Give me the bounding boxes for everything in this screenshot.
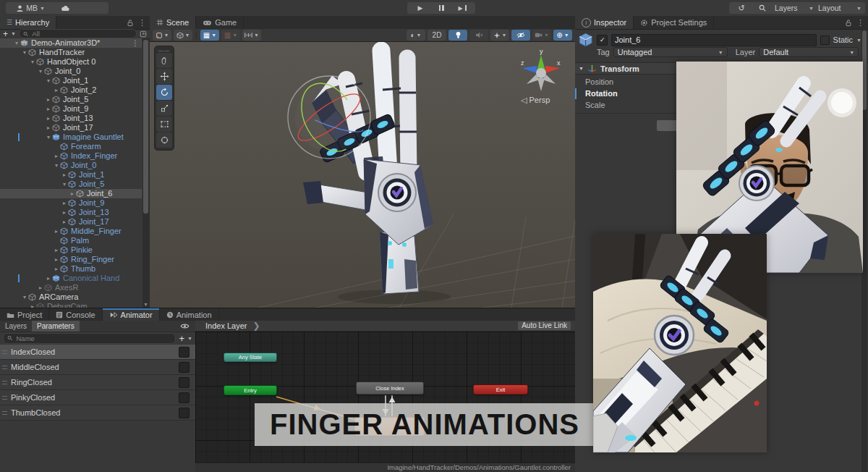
scrollbar-thumb[interactable] xyxy=(143,40,148,214)
hierarchy-item-joint-0[interactable]: ▾Joint_0 xyxy=(0,67,142,76)
audio-toggle-button[interactable] xyxy=(469,30,488,41)
hierarchy-search-input[interactable] xyxy=(30,29,132,38)
lock-icon[interactable] xyxy=(845,19,852,27)
hierarchy-item-arcamera[interactable]: ▾ARCamera xyxy=(0,292,142,302)
rotate-tool-button[interactable] xyxy=(156,85,172,100)
eye-icon[interactable] xyxy=(180,323,190,329)
hierarchy-item-palm[interactable]: Palm xyxy=(0,236,142,245)
foldout-arrow[interactable]: ▸ xyxy=(61,198,68,208)
foldout-arrow[interactable]: ▾ xyxy=(45,76,52,85)
hierarchy-item-axesr[interactable]: ▸AxesR xyxy=(0,283,142,292)
add-parameter-button[interactable]: + xyxy=(179,333,184,344)
bool-parameter-checkbox[interactable] xyxy=(179,392,190,403)
hierarchy-item-joint-1[interactable]: ▾Joint_1 xyxy=(0,76,142,85)
tab-inspector[interactable]: i Inspector xyxy=(575,16,634,29)
hierarchy-item-thumb[interactable]: ▸Thumb xyxy=(0,264,142,274)
palette-drag-handle[interactable]: —— xyxy=(156,48,172,52)
tag-dropdown[interactable]: Untagged▼ xyxy=(613,47,728,57)
prefab-cube-icon[interactable] xyxy=(578,32,593,48)
foldout-arrow[interactable]: ▸ xyxy=(53,227,60,236)
hierarchy-item-handobject-0[interactable]: ▾HandObject 0 xyxy=(0,57,142,67)
hierarchy-item-canonical-hand[interactable]: ▸Canonical Hand xyxy=(0,274,142,283)
foldout-arrow[interactable]: ▼ xyxy=(579,66,584,71)
rect-tool-button[interactable] xyxy=(156,117,172,132)
hierarchy-item-joint-9[interactable]: ▸Joint_9 xyxy=(0,104,142,114)
parameter-search-input[interactable] xyxy=(14,334,171,343)
foldout-arrow[interactable]: ▸ xyxy=(45,104,52,114)
blank-toolbar-button[interactable] xyxy=(75,2,109,14)
foldout-arrow[interactable]: ▸ xyxy=(53,255,60,264)
scene-picker-icon[interactable] xyxy=(140,30,147,38)
effects-button[interactable]: ▼ xyxy=(490,30,509,41)
hierarchy-item-pinkie[interactable]: ▸Pinkie xyxy=(0,245,142,255)
parameter-row-indexclosed[interactable]: IndexClosed xyxy=(0,345,195,360)
transform-rotation-label[interactable]: Rotation xyxy=(585,88,618,99)
chevron-down-icon[interactable]: ▼ xyxy=(11,31,16,36)
state-node-exit[interactable]: Exit xyxy=(473,384,528,395)
lighting-toggle-button[interactable] xyxy=(448,30,467,41)
foldout-arrow[interactable]: ▸ xyxy=(53,264,60,274)
tab-console[interactable]: Console xyxy=(49,308,102,321)
hand-tool-button[interactable] xyxy=(156,53,172,68)
gameobject-name-field[interactable] xyxy=(611,34,817,46)
foldout-arrow[interactable]: ▸ xyxy=(45,123,52,132)
parameter-row-middleclosed[interactable]: MiddleClosed xyxy=(0,360,195,375)
transform-position-label[interactable]: Position xyxy=(585,76,613,88)
z-axis-cone[interactable] xyxy=(522,66,537,73)
snap-increment-button[interactable]: ▼ xyxy=(242,30,261,41)
hierarchy-item-imagine-gauntlet[interactable]: ▾Imagine Gauntlet xyxy=(0,132,142,142)
add-object-button[interactable]: + xyxy=(3,30,8,38)
pivot-button[interactable]: ▼ xyxy=(174,30,192,41)
foldout-arrow[interactable]: ▸ xyxy=(45,114,52,123)
hierarchy-item-joint-6[interactable]: ▸Joint_6 xyxy=(0,189,142,198)
chevron-down-icon[interactable]: ▼ xyxy=(187,336,192,341)
grid-snapping-button[interactable]: ▦▼ xyxy=(200,30,219,41)
step-button[interactable]: ▶ xyxy=(449,2,475,14)
kebab-menu-icon[interactable]: ⋮ xyxy=(132,38,139,48)
bool-parameter-checkbox[interactable] xyxy=(179,362,190,373)
scroll-down-arrow-icon[interactable]: ▼ xyxy=(143,302,148,307)
hierarchy-item-demo-animator3d-[interactable]: ▾Demo-Animator3D*⋮ xyxy=(0,38,142,48)
foldout-arrow[interactable]: ▸ xyxy=(61,217,68,227)
drag-handle-icon[interactable] xyxy=(2,366,7,369)
foldout-arrow[interactable]: ▸ xyxy=(61,208,68,217)
tab-animation[interactable]: Animation xyxy=(160,308,219,321)
tab-project[interactable]: Project xyxy=(0,308,49,321)
foldout-arrow[interactable]: ▾ xyxy=(21,48,28,57)
foldout-arrow[interactable]: ▸ xyxy=(69,189,76,198)
drag-handle-icon[interactable] xyxy=(2,396,7,400)
chevron-down-icon[interactable]: ▼ xyxy=(856,38,861,43)
kebab-menu-icon[interactable]: ⋮ xyxy=(856,18,864,28)
parameter-row-ringclosed[interactable]: RingClosed xyxy=(0,375,195,390)
hierarchy-item-joint-5[interactable]: ▾Joint_5 xyxy=(0,180,142,189)
foldout-arrow[interactable]: ▸ xyxy=(53,151,60,161)
hierarchy-item-forearm[interactable]: Forearm xyxy=(0,142,142,151)
hierarchy-item-joint-17[interactable]: ▸Joint_17 xyxy=(0,217,142,227)
state-node-any-state[interactable]: Any State xyxy=(224,353,277,362)
tab-animator[interactable]: Animator xyxy=(103,308,160,321)
foldout-arrow[interactable]: ▾ xyxy=(37,67,44,76)
foldout-arrow[interactable]: ▸ xyxy=(53,245,60,255)
parameters-toggle[interactable]: Parameters xyxy=(32,321,80,332)
hierarchy-item-joint-17[interactable]: ▸Joint_17 xyxy=(0,123,142,132)
tab-project-settings[interactable]: Project Settings xyxy=(634,16,714,29)
foldout-arrow[interactable]: ▸ xyxy=(45,95,52,104)
foldout-arrow[interactable]: ▸ xyxy=(29,302,36,308)
account-button[interactable]: MB ▼ xyxy=(6,2,55,14)
layer-dropdown[interactable]: Default▼ xyxy=(759,47,859,57)
scale-tool-button[interactable] xyxy=(156,101,172,116)
foldout-arrow[interactable]: ▸ xyxy=(45,274,52,283)
foldout-arrow[interactable]: ▾ xyxy=(61,180,68,189)
layers-dropdown[interactable]: Layers▼ xyxy=(771,2,817,14)
cloud-button[interactable] xyxy=(52,2,78,14)
state-node-close-index[interactable]: Close Index xyxy=(356,382,424,395)
hierarchy-search[interactable] xyxy=(19,29,137,38)
x-axis-cone[interactable] xyxy=(545,66,560,73)
hierarchy-item-debugcam[interactable]: ▸DebugCam xyxy=(0,302,142,308)
tab-game[interactable]: Game xyxy=(196,16,244,29)
scene-visibility-button[interactable] xyxy=(511,30,530,41)
gizmos-button[interactable]: ⊕▼ xyxy=(553,30,572,41)
hierarchy-item-handtracker[interactable]: ▾HandTracker xyxy=(0,48,142,57)
bool-parameter-checkbox[interactable] xyxy=(179,377,190,388)
hierarchy-item-middle-finger[interactable]: ▸Middle_Finger xyxy=(0,227,142,236)
